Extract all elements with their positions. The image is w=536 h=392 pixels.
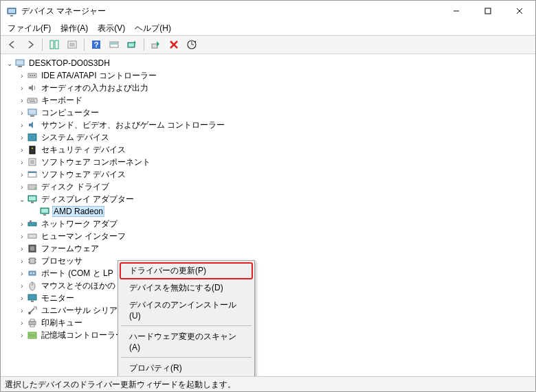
- ctx-scan-hardware[interactable]: ハードウェア変更のスキャン(A): [120, 328, 253, 355]
- enable-device-button[interactable]: [148, 37, 164, 52]
- ctx-properties[interactable]: プロパティ(R): [120, 360, 253, 377]
- svg-rect-34: [28, 109, 36, 115]
- chevron-right-icon[interactable]: ›: [17, 268, 27, 278]
- tree-item[interactable]: ›マウスとそのほかの: [2, 279, 534, 292]
- menu-help[interactable]: ヘルプ(H): [131, 21, 175, 36]
- chevron-right-icon[interactable]: ›: [17, 318, 27, 327]
- chevron-right-icon[interactable]: ›: [17, 132, 27, 142]
- tree-item[interactable]: ›モニター: [2, 292, 534, 304]
- forward-button[interactable]: [22, 37, 38, 52]
- separator: [84, 38, 85, 51]
- svg-rect-42: [28, 172, 36, 173]
- svg-rect-73: [28, 332, 36, 335]
- back-button[interactable]: [4, 37, 21, 52]
- ctx-update-driver[interactable]: ドライバーの更新(P): [120, 262, 253, 279]
- minimize-button[interactable]: [440, 1, 472, 21]
- action-icon-1[interactable]: [106, 37, 122, 52]
- chevron-right-icon[interactable]: ›: [17, 293, 27, 303]
- system-icon: [27, 132, 38, 143]
- tree-item[interactable]: ›ファームウェア: [2, 242, 534, 255]
- device-tree[interactable]: ⌄ DESKTOP-DO0S3DH ›IDE ATA/ATAPI コントローラー…: [1, 54, 535, 377]
- tree-item[interactable]: ›コンピューター: [2, 106, 534, 119]
- chevron-right-icon[interactable]: ›: [17, 330, 27, 340]
- titlebar: デバイス マネージャー: [1, 1, 535, 21]
- chevron-right-icon[interactable]: ›: [17, 108, 27, 117]
- tree-item[interactable]: ›サウンド、ビデオ、およびゲーム コントローラー: [2, 119, 534, 131]
- tree-item[interactable]: ›システム デバイス: [2, 131, 534, 143]
- svg-rect-31: [31, 100, 32, 100]
- svg-rect-53: [28, 234, 36, 238]
- svg-point-44: [34, 187, 36, 189]
- tree-item[interactable]: ›IDE ATA/ATAPI コントローラー: [2, 69, 534, 82]
- tree-item[interactable]: ›記憶域コントローラー: [2, 329, 534, 341]
- svg-rect-46: [29, 196, 36, 200]
- keyboard-icon: [27, 95, 38, 106]
- audio-icon: [27, 82, 38, 93]
- tree-item[interactable]: ›ディスク ドライブ: [2, 181, 534, 193]
- chevron-right-icon[interactable]: ›: [17, 182, 27, 192]
- menu-file[interactable]: ファイル(F): [3, 21, 55, 36]
- tree-item[interactable]: ›ポート (COM と LP: [2, 267, 534, 279]
- root-label: DESKTOP-DO0S3DH: [27, 58, 111, 68]
- tree-item[interactable]: ›ネットワーク アダプ: [2, 218, 534, 230]
- chevron-down-icon[interactable]: ⌄: [17, 194, 27, 204]
- software-icon: [27, 169, 38, 180]
- tree-item-display-adapters[interactable]: ⌄ディスプレイ アダプター: [2, 193, 534, 205]
- svg-point-26: [30, 75, 31, 76]
- chevron-right-icon[interactable]: ›: [17, 120, 27, 130]
- chevron-right-icon[interactable]: ›: [17, 157, 27, 167]
- maximize-button[interactable]: [472, 1, 504, 21]
- close-button[interactable]: [504, 1, 535, 21]
- chevron-right-icon[interactable]: ›: [17, 145, 27, 154]
- tree-item[interactable]: ›ユニバーサル シリアル バス コントローラー: [2, 304, 534, 316]
- ctx-uninstall-device[interactable]: デバイスのアンインストール(U): [120, 297, 253, 323]
- svg-rect-61: [29, 271, 36, 275]
- update-driver-button[interactable]: [124, 37, 140, 52]
- chevron-right-icon[interactable]: ›: [17, 231, 27, 241]
- tree-item-selected[interactable]: ›AMD Radeon: [2, 205, 534, 218]
- menu-action[interactable]: 操作(A): [56, 21, 92, 36]
- svg-rect-66: [28, 295, 36, 300]
- svg-rect-4: [485, 8, 491, 14]
- ctx-disable-device[interactable]: デバイスを無効にする(D): [120, 279, 253, 297]
- svg-rect-29: [27, 98, 37, 103]
- chevron-right-icon[interactable]: ›: [17, 95, 27, 105]
- svg-rect-30: [29, 100, 30, 100]
- tree-item[interactable]: ›キーボード: [2, 94, 534, 106]
- scan-hardware-button[interactable]: [183, 37, 200, 52]
- svg-rect-33: [30, 101, 35, 102]
- chevron-right-icon[interactable]: ›: [17, 256, 27, 266]
- computer-icon: [14, 58, 25, 69]
- chevron-right-icon[interactable]: ›: [17, 170, 27, 179]
- chevron-right-icon[interactable]: ›: [17, 219, 27, 229]
- monitor-icon: [27, 292, 38, 303]
- properties-button[interactable]: [64, 37, 80, 52]
- tree-item[interactable]: ›セキュリティ デバイス: [2, 143, 534, 156]
- tree-item[interactable]: ›プロセッサ: [2, 255, 534, 267]
- tree-item[interactable]: ›ソフトウェア コンポーネント: [2, 156, 534, 168]
- chevron-right-icon[interactable]: ›: [17, 71, 27, 80]
- chevron-right-icon[interactable]: ›: [17, 281, 27, 290]
- chevron-down-icon[interactable]: ⌄: [5, 58, 14, 68]
- help-icon[interactable]: ?: [88, 37, 104, 52]
- tree-item[interactable]: ›ソフトウェア デバイス: [2, 168, 534, 181]
- tree-item[interactable]: ›印刷キュー: [2, 316, 534, 329]
- uninstall-button[interactable]: [166, 37, 182, 52]
- tree-item[interactable]: ›ヒューマン インターフ: [2, 230, 534, 242]
- chevron-right-icon[interactable]: ›: [17, 83, 27, 93]
- svg-point-38: [32, 148, 33, 149]
- chevron-right-icon[interactable]: ›: [17, 305, 27, 315]
- audio-icon: [27, 119, 38, 130]
- svg-rect-51: [28, 222, 36, 226]
- chevron-right-icon[interactable]: ›: [17, 244, 27, 253]
- window-controls: [440, 1, 535, 21]
- menu-view[interactable]: 表示(V): [93, 21, 129, 36]
- display-icon: [27, 194, 38, 205]
- tree-root[interactable]: ⌄ DESKTOP-DO0S3DH: [2, 57, 534, 69]
- separator: [42, 38, 43, 51]
- tree-item[interactable]: ›オーディオの入力および出力: [2, 82, 534, 94]
- show-hide-tree-button[interactable]: [46, 37, 63, 52]
- hid-icon: [27, 231, 38, 242]
- usb-icon: [27, 305, 38, 316]
- separator: [144, 38, 144, 51]
